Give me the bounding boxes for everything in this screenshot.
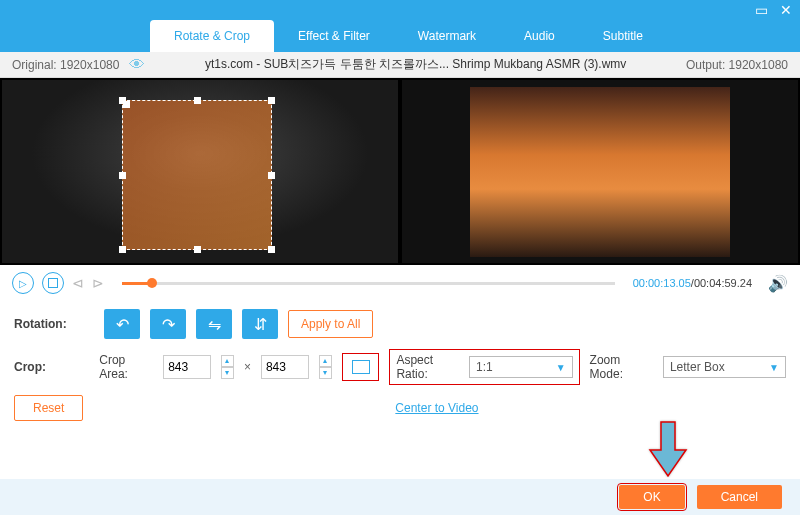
aspect-ratio-dropdown[interactable]: 1:1▼: [469, 356, 573, 378]
crop-selection[interactable]: [122, 100, 272, 250]
flip-vertical-button[interactable]: ⇵: [242, 309, 278, 339]
prev-frame-button[interactable]: ⊲: [72, 275, 84, 291]
flip-horizontal-button[interactable]: ⇋: [196, 309, 232, 339]
reset-button[interactable]: Reset: [14, 395, 83, 421]
preview-original[interactable]: [2, 80, 398, 263]
tab-rotate-crop[interactable]: Rotate & Crop: [150, 20, 274, 52]
svg-marker-0: [650, 422, 686, 476]
playback-bar: ▷ ⊲ ⊳ 00:00:13.05/00:04:59.24 🔊: [0, 265, 800, 301]
rotation-label: Rotation:: [14, 317, 94, 331]
file-info-bar: Original: 1920x1080 👁 yt1s.com - SUB치즈가득…: [0, 52, 800, 78]
stop-button[interactable]: [42, 272, 64, 294]
seek-slider[interactable]: [122, 282, 615, 285]
zoom-mode-label: Zoom Mode:: [590, 353, 653, 381]
cancel-button[interactable]: Cancel: [697, 485, 782, 509]
next-frame-button[interactable]: ⊳: [92, 275, 104, 291]
seek-thumb[interactable]: [147, 278, 157, 288]
crop-tool-button[interactable]: [342, 353, 380, 381]
rotate-right-button[interactable]: ↷: [150, 309, 186, 339]
crop-width-spinner[interactable]: ▴▾: [221, 355, 234, 379]
tab-audio[interactable]: Audio: [500, 20, 579, 52]
center-to-video-link[interactable]: Center to Video: [395, 401, 478, 415]
play-button[interactable]: ▷: [12, 272, 34, 294]
rotate-left-button[interactable]: ↶: [104, 309, 140, 339]
aspect-ratio-group: Aspect Ratio: 1:1▼: [389, 349, 579, 385]
annotation-arrow: [648, 420, 688, 483]
crop-height-spinner[interactable]: ▴▾: [319, 355, 332, 379]
tab-effect-filter[interactable]: Effect & Filter: [274, 20, 394, 52]
original-dimensions: Original: 1920x1080: [12, 58, 119, 72]
volume-icon[interactable]: 🔊: [768, 274, 788, 293]
tab-watermark[interactable]: Watermark: [394, 20, 500, 52]
preview-area: [0, 78, 800, 265]
close-icon[interactable]: ✕: [780, 2, 792, 18]
apply-to-all-button[interactable]: Apply to All: [288, 310, 373, 338]
titlebar: ▭ ✕: [0, 0, 800, 20]
zoom-mode-dropdown[interactable]: Letter Box▼: [663, 356, 786, 378]
preview-toggle-icon[interactable]: 👁: [129, 56, 145, 74]
ok-button[interactable]: OK: [619, 485, 684, 509]
times-symbol: ×: [244, 360, 251, 374]
crop-area-label: Crop Area:: [99, 353, 153, 381]
crop-width-input[interactable]: 843: [163, 355, 211, 379]
crop-height-input[interactable]: 843: [261, 355, 309, 379]
minimize-icon[interactable]: ▭: [755, 2, 768, 18]
crop-label: Crop:: [14, 360, 89, 374]
tab-subtitle[interactable]: Subtitle: [579, 20, 667, 52]
controls-panel: Rotation: ↶ ↷ ⇋ ⇵ Apply to All Crop: Cro…: [0, 301, 800, 429]
output-dimensions: Output: 1920x1080: [686, 58, 788, 72]
aspect-ratio-label: Aspect Ratio:: [396, 353, 463, 381]
preview-output: [402, 80, 798, 263]
tab-bar: Rotate & Crop Effect & Filter Watermark …: [0, 20, 800, 52]
filename-label: yt1s.com - SUB치즈가득 두툼한 치즈롤까스... Shrimp M…: [205, 56, 626, 73]
footer-bar: OK Cancel: [0, 479, 800, 515]
time-display: 00:00:13.05/00:04:59.24: [633, 277, 752, 289]
